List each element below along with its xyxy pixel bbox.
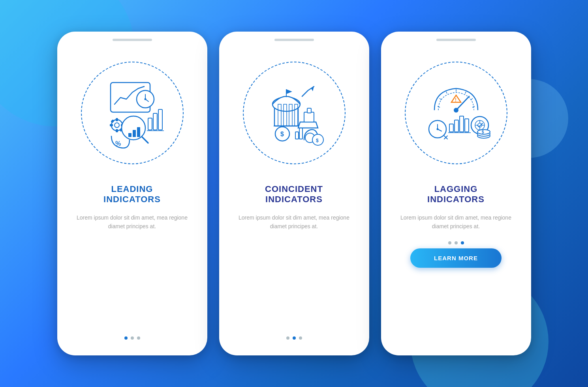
phone-notch-2 (274, 39, 314, 41)
svg-rect-21 (158, 109, 162, 130)
phone-top-bar-2 (219, 32, 369, 46)
leading-title-line2: INDICATORS (103, 194, 161, 205)
dot-1 (286, 336, 289, 340)
svg-rect-19 (148, 118, 152, 130)
svg-point-6 (115, 123, 119, 128)
coincident-title: COINCIDENT INDICATORS (249, 180, 339, 208)
svg-rect-57 (449, 124, 453, 132)
coincident-icon-area: $ $ (219, 46, 369, 180)
svg-rect-8 (116, 129, 118, 132)
leading-dots (124, 235, 140, 355)
coincident-indicators-icon: $ $ (249, 67, 340, 159)
lagging-title-line1: LAGGING (427, 184, 485, 194)
svg-rect-9 (110, 124, 113, 126)
svg-rect-35 (307, 108, 311, 113)
svg-text:$: $ (482, 130, 484, 134)
lagging-icon-area: ! (381, 46, 531, 180)
coincident-title-line1: COINCIDENT (265, 184, 323, 194)
phone-coincident: $ $ (219, 32, 369, 355)
lagging-title: LAGGING INDICATORS (411, 180, 500, 208)
svg-text:$: $ (316, 138, 319, 143)
dot-1 (124, 336, 128, 340)
coincident-description: Lorem ipsum dolor sit dim amet, mea regi… (219, 208, 369, 235)
svg-point-43 (454, 108, 458, 113)
phone-top-bar (57, 32, 207, 46)
coincident-title-line2: INDICATORS (265, 194, 323, 205)
svg-text:$: $ (280, 131, 284, 137)
dot-2 (293, 336, 296, 340)
phone-lagging: ! (381, 32, 531, 355)
svg-rect-41 (299, 128, 302, 139)
dot-2 (131, 336, 134, 340)
svg-line-17 (142, 137, 148, 143)
leading-title-line1: LEADING (103, 184, 161, 194)
leading-icon-area: % (57, 46, 207, 180)
phone-notch (113, 39, 152, 41)
svg-rect-16 (137, 127, 140, 137)
lagging-indicators-icon: ! (411, 67, 502, 159)
svg-rect-59 (460, 116, 464, 132)
leading-title: LEADING INDICATORS (88, 180, 177, 208)
leading-indicators-icon: % (87, 67, 178, 159)
svg-marker-26 (286, 89, 292, 94)
dot-3 (461, 241, 464, 244)
svg-rect-20 (153, 113, 157, 130)
coincident-dots (286, 235, 302, 355)
svg-rect-34 (304, 112, 314, 122)
svg-rect-7 (116, 118, 118, 121)
leading-description: Lorem ipsum dolor sit dim amet, mea regi… (57, 208, 207, 235)
svg-rect-15 (133, 130, 136, 137)
svg-rect-40 (295, 132, 299, 139)
svg-text:%: % (115, 140, 121, 147)
svg-rect-58 (455, 120, 458, 132)
lagging-title-line2: INDICATORS (427, 194, 485, 205)
dot-2 (455, 241, 458, 244)
dot-3 (299, 336, 302, 340)
dot-3 (137, 336, 140, 340)
phone-top-bar-3 (381, 32, 531, 46)
svg-point-56 (436, 128, 438, 130)
svg-rect-14 (128, 133, 132, 137)
lagging-dots (448, 241, 464, 244)
svg-point-4 (144, 98, 146, 100)
phone-notch-3 (436, 39, 476, 41)
phone-leading: % LEADING INDICATORS Lorem ipsum dolor s… (57, 32, 207, 355)
phones-container: % LEADING INDICATORS Lorem ipsum dolor s… (57, 32, 531, 355)
svg-rect-60 (465, 119, 469, 132)
lagging-description: Lorem ipsum dolor sit dim amet, mea regi… (381, 208, 531, 235)
dot-1 (448, 241, 451, 244)
learn-more-button[interactable]: LEARN MORE (410, 248, 502, 268)
svg-text:!: ! (455, 97, 456, 103)
